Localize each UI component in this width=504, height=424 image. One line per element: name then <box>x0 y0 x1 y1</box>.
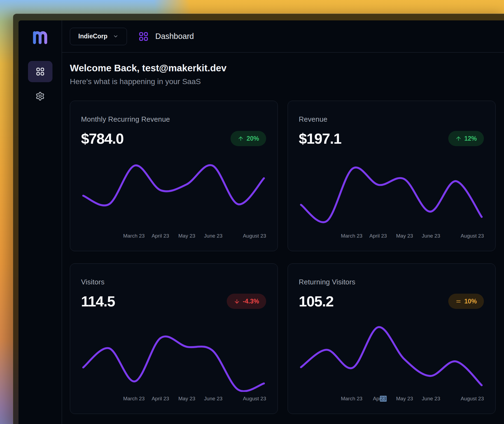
trend-label: 10% <box>464 298 477 305</box>
metric-value: 105.2 <box>299 293 334 310</box>
x-axis: March 23April 23May 23June 23August 23 <box>81 396 266 403</box>
x-axis: March 23April 23May 23June 23August 23 <box>299 233 484 240</box>
trend-label: -4.3% <box>243 298 259 305</box>
metric-card: Visitors114.5 -4.3% March 23April 23May … <box>70 263 278 414</box>
x-axis-label: June 23 <box>422 396 440 402</box>
line-chart <box>81 326 266 392</box>
x-axis-label: May 23 <box>396 233 413 239</box>
sidebar <box>18 20 62 424</box>
metric-value: 114.5 <box>81 293 115 310</box>
x-axis-label: May 23 <box>178 396 195 402</box>
grid-icon <box>138 31 149 42</box>
card-title: Monthly Recurring Revenue <box>81 115 266 124</box>
x-axis-label: June 23 <box>204 396 223 402</box>
x-axis: March 23April 23May 23June 23August 23 <box>81 233 266 240</box>
x-axis-label: August 23 <box>243 396 266 402</box>
x-axis-label: August 23 <box>243 233 266 239</box>
card-title: Revenue <box>299 115 484 124</box>
x-axis-label: May 23 <box>396 396 413 402</box>
main-content: Welcome Back, test@makerkit.dev Here's w… <box>62 53 504 424</box>
page-title: Welcome Back, test@makerkit.dev <box>70 62 502 74</box>
metric-card: Monthly Recurring Revenue$784.0 20% Marc… <box>70 101 278 251</box>
team-selector-button[interactable]: IndieCorp <box>70 28 127 45</box>
trend-label: 20% <box>247 135 259 142</box>
grid-icon <box>36 67 45 76</box>
app-window: IndieCorp Dashboard Welcome Back, test@m… <box>13 14 504 424</box>
trend-badge: 20% <box>231 131 266 146</box>
x-axis-label: April 23 <box>369 233 387 239</box>
metric-value: $784.0 <box>81 130 123 147</box>
trend-label: 12% <box>464 135 477 142</box>
arrow-up-icon <box>455 136 462 142</box>
logo-m-icon <box>33 28 48 44</box>
x-axis: March 23April 23May 23June 23August 23 <box>299 396 484 403</box>
page-subtitle: Here's what is happening in your SaaS <box>70 77 502 87</box>
line-chart-svg <box>81 163 266 229</box>
metric-card: Revenue$197.1 12% March 23April 23May 23… <box>288 101 496 251</box>
metrics-grid: Monthly Recurring Revenue$784.0 20% Marc… <box>70 101 502 414</box>
sidebar-item-settings[interactable] <box>35 91 45 102</box>
nav-dashboard[interactable]: Dashboard <box>138 31 194 42</box>
x-axis-label: May 23 <box>178 233 195 239</box>
top-header: IndieCorp Dashboard <box>62 20 504 53</box>
line-chart-svg <box>299 326 484 392</box>
x-axis-label: March 23 <box>123 233 145 239</box>
equal-icon <box>455 298 462 305</box>
x-axis-label: April 23 <box>373 396 383 402</box>
sidebar-item-dashboard[interactable] <box>28 61 52 82</box>
x-axis-label: March 23 <box>341 396 362 402</box>
selected-text: 23 <box>380 396 387 402</box>
line-chart-svg <box>81 326 266 392</box>
x-axis-label: March 23 <box>123 396 145 402</box>
card-title: Returning Visitors <box>299 278 484 286</box>
line-chart <box>299 326 484 392</box>
metric-card: Returning Visitors105.2 10% March 23Apri… <box>288 263 496 414</box>
x-axis-label: August 23 <box>461 233 484 239</box>
line-chart <box>81 163 266 229</box>
trend-badge: 10% <box>448 294 484 309</box>
trend-badge: 12% <box>448 131 484 146</box>
team-selector-label: IndieCorp <box>78 33 107 40</box>
gear-icon <box>35 91 45 101</box>
chevron-down-icon <box>113 33 119 39</box>
arrow-up-icon <box>238 136 244 142</box>
nav-dashboard-label: Dashboard <box>155 32 194 41</box>
arrow-down-icon <box>234 298 240 305</box>
card-title: Visitors <box>81 278 266 286</box>
x-axis-label: March 23 <box>341 233 362 239</box>
metric-value: $197.1 <box>299 130 341 147</box>
trend-badge: -4.3% <box>227 294 266 309</box>
x-axis-label: June 23 <box>422 233 440 239</box>
x-axis-label: June 23 <box>204 233 223 239</box>
line-chart-svg <box>299 163 484 229</box>
x-axis-label: April 23 <box>152 396 169 402</box>
content-pane: IndieCorp Dashboard Welcome Back, test@m… <box>62 20 504 424</box>
app-logo[interactable] <box>33 28 48 44</box>
line-chart <box>299 163 484 229</box>
dashboard-app: IndieCorp Dashboard Welcome Back, test@m… <box>18 20 504 424</box>
x-axis-label: April 23 <box>152 233 169 239</box>
x-axis-label: August 23 <box>461 396 484 402</box>
